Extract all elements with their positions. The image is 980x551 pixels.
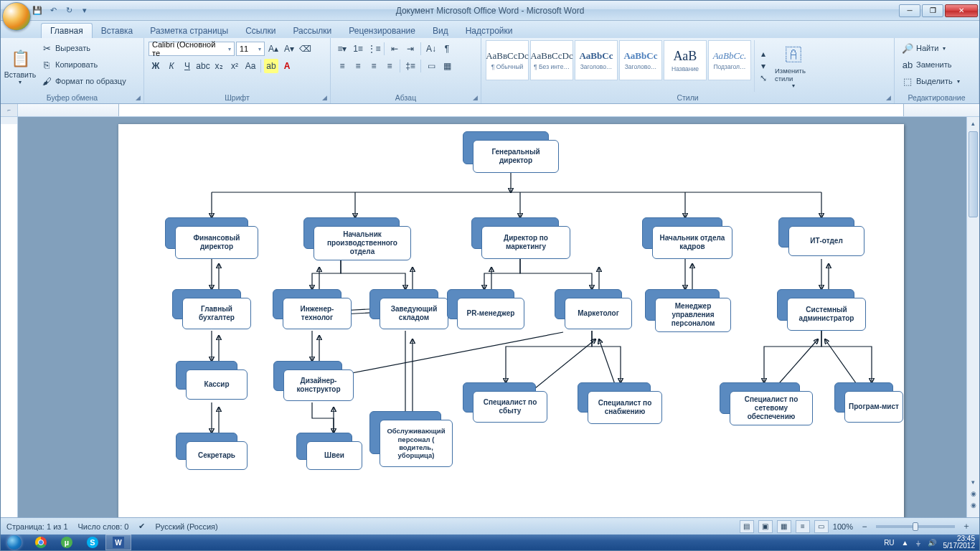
maximize-button[interactable]: ❐ — [922, 4, 943, 17]
format-painter-button[interactable]: 🖌Формат по образцу — [38, 73, 129, 89]
line-spacing-button[interactable]: ‡≡ — [403, 59, 418, 73]
strike-button[interactable]: abc — [196, 59, 210, 73]
save-icon[interactable]: 💾 — [31, 4, 44, 17]
vertical-ruler[interactable] — [1, 117, 18, 517]
page[interactable]: Генеральный директор Финансовый директор… — [118, 124, 904, 517]
tab-addins[interactable]: Надстройки — [457, 24, 522, 38]
cut-button[interactable]: ✂Вырезать — [38, 40, 129, 56]
numbering-button[interactable]: 1≡ — [351, 42, 365, 56]
clipboard-launcher-icon[interactable]: ◢ — [133, 93, 142, 102]
next-page-button[interactable]: ◉ — [967, 499, 979, 512]
qat-customize-icon[interactable]: ▾ — [78, 4, 91, 17]
view-read-button[interactable]: ▣ — [758, 520, 773, 533]
style-subtitle[interactable]: АаВbСс.Подзагол… — [708, 40, 751, 80]
superscript-button[interactable]: x² — [227, 59, 242, 73]
font-launcher-icon[interactable]: ◢ — [320, 93, 329, 102]
org-node-pr[interactable]: PR-менеджер — [447, 289, 524, 329]
tab-references[interactable]: Ссылки — [237, 24, 284, 38]
bullets-button[interactable]: ≡▾ — [335, 42, 349, 56]
style-h1[interactable]: АаВbСсЗаголово… — [575, 40, 618, 80]
view-print-button[interactable]: ▤ — [740, 520, 754, 533]
org-node-sales[interactable]: Специалист по сбыту — [463, 382, 547, 423]
style-gallery[interactable]: АаВвСсDc¶ Обычный АаВвСсDc¶ Без инте… Аа… — [486, 40, 751, 92]
org-node-it[interactable]: ИТ-отдел — [778, 217, 864, 258]
style-row-down-button[interactable]: ▾ — [756, 60, 771, 72]
status-lang[interactable]: Русский (Россия) — [155, 522, 217, 531]
org-node-fin[interactable]: Финансовый директор — [165, 217, 258, 259]
replace-button[interactable]: abЗаменить — [899, 57, 963, 72]
start-button[interactable] — [1, 534, 28, 550]
taskbar-word[interactable]: W — [105, 534, 131, 550]
org-node-network[interactable]: Специалист по сетевому обеспечению — [720, 382, 813, 425]
org-node-marketer[interactable]: Маркетолог — [555, 289, 632, 329]
status-words[interactable]: Число слов: 0 — [78, 522, 129, 531]
shrink-font-button[interactable]: A▾ — [282, 42, 296, 56]
shading-button[interactable]: ▭ — [424, 59, 438, 73]
copy-button[interactable]: ⎘Копировать — [38, 57, 129, 72]
tray-lang[interactable]: RU — [884, 539, 894, 547]
styles-launcher-icon[interactable]: ◢ — [884, 93, 892, 102]
align-center-button[interactable]: ≡ — [351, 59, 365, 73]
view-web-button[interactable]: ▦ — [777, 520, 791, 533]
outdent-button[interactable]: ⇤ — [387, 42, 402, 56]
zoom-in-button[interactable]: ＋ — [959, 519, 974, 534]
org-node-secretary[interactable]: Секретарь — [176, 433, 248, 470]
tab-layout[interactable]: Разметка страницы — [141, 24, 237, 38]
close-button[interactable]: ✕ — [945, 4, 978, 17]
org-node-hrmgr[interactable]: Менеджер управления персоналом — [645, 289, 731, 332]
taskbar-chrome[interactable] — [28, 534, 54, 550]
indent-button[interactable]: ⇥ — [403, 42, 418, 56]
font-color-button[interactable]: A — [280, 59, 294, 73]
org-node-designer[interactable]: Дизайнер-конструктор — [273, 361, 354, 401]
horizontal-ruler[interactable]: ⌐ — [1, 104, 979, 117]
zoom-slider[interactable] — [876, 525, 955, 528]
org-node-sewers[interactable]: Швеи — [296, 433, 362, 470]
org-node-warehouse[interactable]: Заведующий складом — [369, 289, 448, 329]
org-node-glavbuh[interactable]: Главный бухгалтер — [172, 289, 251, 329]
multilevel-button[interactable]: ⋮≡ — [367, 42, 381, 56]
style-expand-button[interactable]: ⤡ — [756, 72, 771, 84]
document-scroll[interactable]: Генеральный директор Финансовый директор… — [18, 117, 966, 517]
org-node-mkt[interactable]: Директор по маркетингу — [471, 217, 570, 259]
taskbar-skype[interactable]: S — [80, 534, 105, 550]
tray-network-icon[interactable]: ⏚ — [916, 539, 920, 547]
org-node-root[interactable]: Генеральный директор — [463, 131, 559, 173]
status-page[interactable]: Страница: 1 из 1 — [6, 522, 68, 531]
zoom-out-button[interactable]: − — [857, 519, 872, 534]
tab-view[interactable]: Вид — [424, 24, 457, 38]
change-styles-button[interactable]: 🇦 Изменить стили ▾ — [773, 40, 814, 92]
bold-button[interactable]: Ж — [149, 59, 163, 73]
style-normal[interactable]: АаВвСсDc¶ Обычный — [486, 40, 529, 80]
tab-mailings[interactable]: Рассылки — [284, 24, 340, 38]
font-size-combo[interactable]: 11▾ — [236, 42, 265, 56]
borders-button[interactable]: ▦ — [440, 59, 454, 73]
style-row-up-button[interactable]: ▴ — [756, 48, 771, 60]
italic-button[interactable]: К — [164, 59, 179, 73]
org-node-cashier[interactable]: Кассир — [176, 361, 248, 400]
grow-font-button[interactable]: A▴ — [266, 42, 281, 56]
font-family-combo[interactable]: Calibri (Основной те▾ — [149, 42, 235, 56]
org-node-eng[interactable]: Инженер-технолог — [273, 289, 352, 329]
status-proofing-icon[interactable]: ✔ — [138, 522, 145, 531]
style-h2[interactable]: АаВbСсЗаголово… — [619, 40, 662, 80]
scroll-thumb[interactable] — [969, 131, 978, 217]
style-title[interactable]: АаВНазвание — [664, 40, 707, 80]
tab-home[interactable]: Главная — [41, 23, 93, 38]
org-node-prod[interactable]: Начальник производственного отдела — [303, 217, 411, 260]
change-case-button[interactable]: Aa — [243, 59, 258, 73]
subscript-button[interactable]: x₂ — [212, 59, 226, 73]
view-outline-button[interactable]: ≡ — [796, 520, 810, 533]
tab-review[interactable]: Рецензирование — [340, 24, 424, 38]
redo-icon[interactable]: ↻ — [62, 4, 75, 17]
highlight-button[interactable]: ab — [264, 59, 278, 73]
org-node-sysadmin[interactable]: Системный администратор — [777, 289, 866, 331]
taskbar-utorrent[interactable]: µ — [54, 534, 80, 550]
tab-insert[interactable]: Вставка — [93, 24, 142, 38]
org-node-service[interactable]: Обслуживающий персонал ( водитель, уборщ… — [369, 411, 453, 467]
show-marks-button[interactable]: ¶ — [440, 42, 454, 56]
clear-format-button[interactable]: ⌫ — [298, 42, 312, 56]
align-right-button[interactable]: ≡ — [367, 59, 381, 73]
org-node-programmer[interactable]: Програм-мист — [834, 382, 903, 423]
underline-button[interactable]: Ч — [180, 59, 194, 73]
office-button[interactable] — [2, 2, 31, 31]
